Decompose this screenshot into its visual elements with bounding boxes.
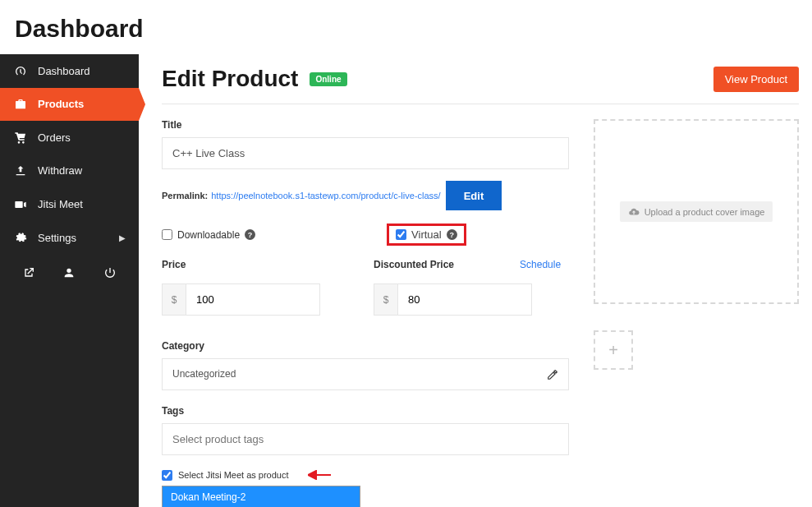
cover-image-dropzone[interactable]: Upload a product cover image bbox=[594, 119, 799, 304]
title-input[interactable] bbox=[162, 137, 569, 169]
price-label: Price bbox=[162, 259, 186, 270]
add-gallery-image-button[interactable]: + bbox=[594, 330, 633, 370]
title-label: Title bbox=[162, 119, 569, 131]
gauge-icon bbox=[13, 64, 28, 78]
briefcase-icon bbox=[13, 98, 28, 112]
sidebar-footer bbox=[0, 254, 139, 291]
downloadable-label: Downloadable bbox=[177, 229, 240, 241]
permalink-link[interactable]: https://peelnotebook.s1-tastewp.com/prod… bbox=[211, 191, 440, 200]
price-input[interactable] bbox=[186, 283, 320, 316]
jitsi-check-label: Select Jitsi Meet as product bbox=[178, 470, 289, 480]
edit-icon bbox=[547, 368, 558, 380]
jitsi-checkbox[interactable] bbox=[162, 470, 172, 481]
sidebar-item-settings[interactable]: Settings ▶ bbox=[0, 221, 139, 255]
downloadable-checkbox-wrap[interactable]: Downloadable ? bbox=[162, 224, 255, 246]
virtual-label: Virtual bbox=[411, 228, 442, 241]
help-icon[interactable]: ? bbox=[447, 229, 457, 240]
jitsi-dropdown-open[interactable]: Dokan Meeting-2 Dokan Meeting bbox=[162, 486, 360, 507]
page-header: Edit Product Online View Product bbox=[162, 66, 799, 104]
view-product-button[interactable]: View Product bbox=[713, 67, 799, 92]
sidebar-item-label: Orders bbox=[38, 131, 71, 144]
sidebar-item-products[interactable]: Products bbox=[0, 88, 139, 122]
cart-icon bbox=[13, 131, 28, 145]
status-badge: Online bbox=[310, 72, 346, 86]
dashboard-heading: Dashboard bbox=[0, 0, 812, 54]
currency-symbol: $ bbox=[162, 283, 186, 316]
tags-label: Tags bbox=[162, 405, 569, 417]
sidebar-item-label: Dashboard bbox=[38, 65, 90, 77]
jitsi-checkbox-wrap[interactable]: Select Jitsi Meet as product bbox=[162, 470, 569, 481]
sidebar-item-dashboard[interactable]: Dashboard bbox=[0, 54, 139, 88]
discounted-price-label: Discounted Price bbox=[374, 259, 454, 270]
dropdown-option[interactable]: Dokan Meeting-2 bbox=[163, 486, 360, 507]
sidebar-item-label: Settings bbox=[38, 232, 76, 244]
schedule-link[interactable]: Schedule bbox=[520, 259, 561, 270]
category-label: Category bbox=[162, 340, 569, 352]
plus-icon: + bbox=[608, 341, 618, 360]
sidebar-item-label: Products bbox=[38, 98, 84, 110]
upload-label: Upload a product cover image bbox=[645, 207, 765, 217]
discounted-price-input[interactable] bbox=[398, 283, 532, 316]
cloud-upload-icon bbox=[628, 205, 640, 217]
permalink-label: Permalink: bbox=[162, 191, 208, 200]
virtual-checkbox[interactable] bbox=[396, 229, 406, 240]
user-icon[interactable] bbox=[62, 265, 76, 279]
tags-input[interactable] bbox=[162, 423, 569, 455]
downloadable-checkbox[interactable] bbox=[162, 229, 172, 240]
virtual-highlight-box: Virtual ? bbox=[387, 224, 466, 246]
upload-icon bbox=[13, 164, 28, 178]
gear-icon bbox=[13, 231, 28, 245]
external-link-icon[interactable] bbox=[22, 265, 35, 279]
main-content: Edit Product Online View Product Title P… bbox=[139, 54, 812, 507]
currency-symbol: $ bbox=[374, 283, 398, 316]
annotation-arrow-icon bbox=[308, 470, 331, 480]
sidebar-item-label: Jitsi Meet bbox=[38, 198, 83, 210]
permalink-row: Permalink: https://peelnotebook.s1-taste… bbox=[162, 181, 569, 210]
sidebar-item-orders[interactable]: Orders bbox=[0, 121, 139, 154]
category-value: Uncategorized bbox=[172, 368, 236, 380]
edit-permalink-button[interactable]: Edit bbox=[446, 181, 502, 210]
page-title: Edit Product bbox=[162, 66, 298, 92]
sidebar: Dashboard Products Orders Withdraw Jitsi… bbox=[0, 54, 139, 507]
sidebar-item-withdraw[interactable]: Withdraw bbox=[0, 154, 139, 188]
sidebar-item-jitsi-meet[interactable]: Jitsi Meet bbox=[0, 187, 139, 221]
category-select[interactable]: Uncategorized bbox=[162, 358, 569, 390]
sidebar-item-label: Withdraw bbox=[38, 164, 82, 177]
help-icon[interactable]: ? bbox=[245, 229, 255, 240]
video-icon bbox=[13, 197, 28, 211]
upload-cover-button[interactable]: Upload a product cover image bbox=[620, 201, 773, 221]
chevron-right-icon: ▶ bbox=[119, 233, 126, 242]
power-icon[interactable] bbox=[103, 265, 117, 279]
